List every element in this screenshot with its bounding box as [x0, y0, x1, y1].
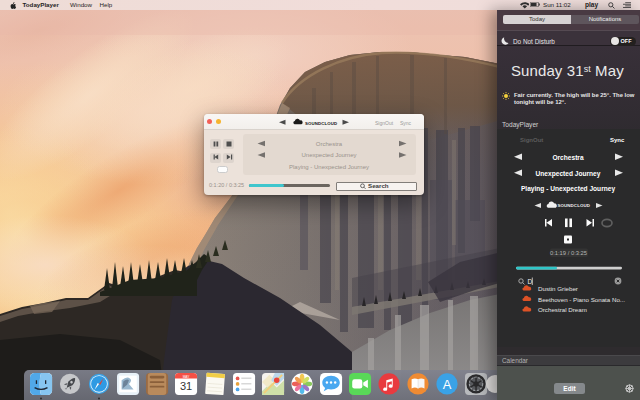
svg-text:31: 31 [180, 380, 192, 392]
svg-text:Orchestra: Orchestra [552, 154, 583, 161]
svg-text:D: D [528, 278, 533, 285]
svg-text:Playing - Unexpected Journey: Playing - Unexpected Journey [521, 185, 616, 193]
svg-text:SOUNDCLOUD: SOUNDCLOUD [305, 120, 337, 125]
svg-text:Unexpected Journey: Unexpected Journey [301, 152, 356, 158]
svg-text:Beethoven - Piano Sonata No...: Beethoven - Piano Sonata No... [538, 296, 625, 303]
svg-text:Playing - Unexpected Journey: Playing - Unexpected Journey [289, 164, 369, 170]
svg-text:MAY: MAY [183, 375, 191, 379]
svg-text:Search: Search [368, 182, 389, 189]
svg-text:SOUNDCLOUD: SOUNDCLOUD [558, 203, 590, 208]
svg-text:Unexpected Journey: Unexpected Journey [536, 170, 601, 178]
svg-text:Dustin Grieber: Dustin Grieber [538, 285, 578, 292]
svg-text:0:1:19 / 0:3:25: 0:1:19 / 0:3:25 [550, 250, 587, 256]
svg-text:Orchestra: Orchestra [316, 140, 343, 146]
svg-text:Orchestral Dream: Orchestral Dream [538, 306, 587, 313]
svg-text:A: A [443, 377, 452, 392]
